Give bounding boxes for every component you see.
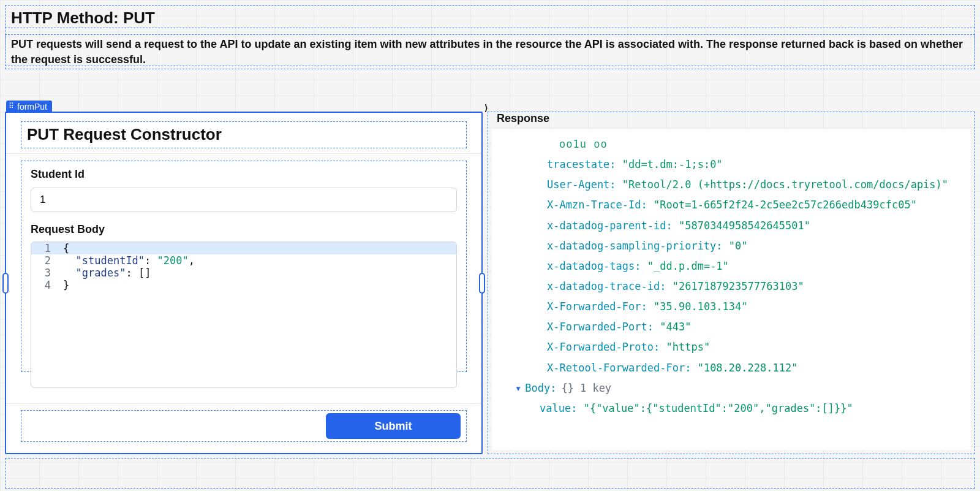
submit-button[interactable]: Submit bbox=[326, 413, 461, 439]
editor-code[interactable]: "grades": [] bbox=[55, 267, 456, 279]
response-header-row: X-Amzn-Trace-Id: "Root=1-665f2f24-2c5ee2… bbox=[504, 195, 966, 215]
editor-line[interactable]: 3 "grades": [] bbox=[31, 267, 456, 279]
response-truncated-line: oo1u oo bbox=[504, 134, 966, 154]
component-tag-label: formPut bbox=[17, 102, 47, 112]
response-title: Response bbox=[497, 112, 549, 125]
drag-handle-icon[interactable] bbox=[9, 104, 15, 110]
form-put-container[interactable]: formPut ⟩ PUT Request Constructor Studen… bbox=[5, 112, 483, 454]
editor-gutter: 2 bbox=[31, 254, 55, 267]
form-divider-top bbox=[6, 153, 481, 154]
page-description: PUT requests will send a request to the … bbox=[11, 37, 969, 67]
editor-gutter: 4 bbox=[31, 279, 55, 291]
editor-code[interactable]: } bbox=[55, 279, 456, 291]
component-tag[interactable]: formPut bbox=[6, 101, 52, 113]
editor-gutter: 3 bbox=[31, 267, 55, 279]
response-header-row: tracestate: "dd=t.dm:-1;s:0" bbox=[504, 154, 966, 175]
editor-code[interactable]: { bbox=[55, 242, 456, 254]
response-header-row: X-Forwarded-Proto: "https" bbox=[504, 337, 966, 357]
caret-down-icon[interactable]: ▾ bbox=[515, 382, 521, 394]
student-id-label: Student Id bbox=[31, 168, 85, 181]
bottom-selection bbox=[5, 458, 975, 489]
response-header-row: x-datadog-tags: "_dd.p.dm=-1" bbox=[504, 256, 966, 276]
form-divider-bottom bbox=[6, 403, 481, 404]
resize-handle-right[interactable] bbox=[479, 273, 485, 294]
response-header-row: x-datadog-sampling-priority: "0" bbox=[504, 236, 966, 256]
request-body-editor[interactable]: 1{2 "studentId": "200",3 "grades": []4} bbox=[31, 242, 457, 388]
editor-line[interactable]: 4} bbox=[31, 279, 456, 291]
response-body-value: value: "{"value":{"studentId":"200","gra… bbox=[504, 398, 966, 419]
student-id-input[interactable] bbox=[31, 188, 457, 212]
editor-line[interactable]: 2 "studentId": "200", bbox=[31, 254, 456, 267]
response-header-row: x-datadog-trace-id: "2617187923577763103… bbox=[504, 276, 966, 297]
form-title: PUT Request Constructor bbox=[27, 125, 222, 144]
response-header-row: X-Forwarded-Port: "443" bbox=[504, 317, 966, 337]
response-body[interactable]: oo1u ootracestate: "dd=t.dm:-1;s:0"User-… bbox=[492, 129, 971, 450]
editor-line[interactable]: 1{ bbox=[31, 242, 456, 254]
response-header-row: User-Agent: "Retool/2.0 (+https://docs.t… bbox=[504, 175, 966, 195]
response-header-row: X-Retool-Forwarded-For: "108.20.228.112" bbox=[504, 358, 966, 378]
request-body-label: Request Body bbox=[31, 223, 105, 236]
resize-handle-left[interactable] bbox=[2, 273, 9, 294]
editor-gutter: 1 bbox=[31, 242, 55, 254]
response-header-row: x-datadog-parent-id: "587034495854264550… bbox=[504, 216, 966, 236]
response-body-toggle[interactable]: ▾Body:{}1 key bbox=[504, 378, 966, 398]
response-container: Response oo1u ootracestate: "dd=t.dm:-1;… bbox=[488, 112, 975, 454]
editor-code[interactable]: "studentId": "200", bbox=[55, 254, 456, 267]
page-title: HTTP Method: PUT bbox=[11, 9, 155, 28]
response-header-row: X-Forwarded-For: "35.90.103.134" bbox=[504, 297, 966, 317]
